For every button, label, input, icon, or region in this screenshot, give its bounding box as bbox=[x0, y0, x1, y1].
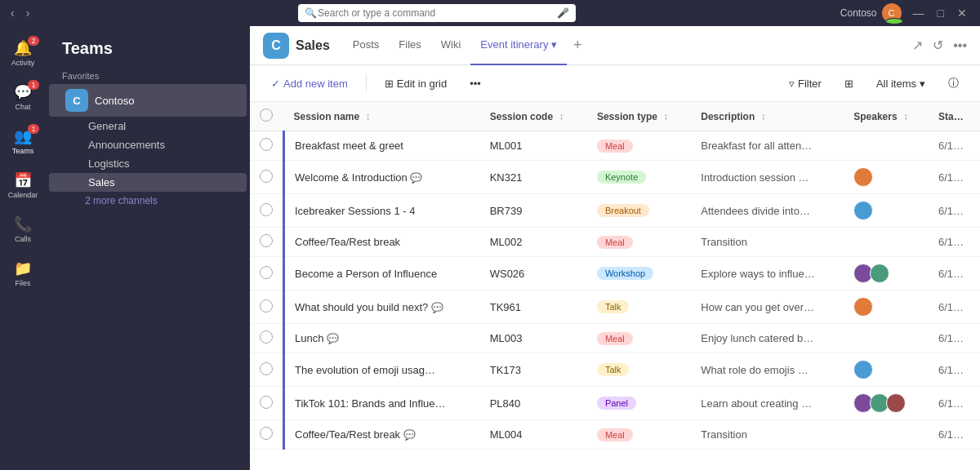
table-row[interactable]: Lunch 💬ML003MealEnjoy lunch catered b…6/… bbox=[250, 324, 980, 353]
refresh-icon[interactable]: ↺ bbox=[933, 38, 943, 53]
more-icon[interactable]: ••• bbox=[953, 38, 967, 53]
speaker-avatar bbox=[886, 393, 906, 413]
rail-item-calendar[interactable]: 📅 Calendar bbox=[0, 165, 46, 206]
maximize-button[interactable]: □ bbox=[931, 0, 951, 26]
row-session-type: Breakout bbox=[587, 194, 691, 228]
info-button[interactable]: ⓘ bbox=[940, 72, 967, 95]
search-input[interactable] bbox=[298, 4, 576, 22]
row-session-code: ML003 bbox=[480, 324, 587, 353]
session-type-badge: Keynote bbox=[597, 171, 646, 184]
row-speakers bbox=[844, 228, 929, 257]
columns-icon: ⊞ bbox=[844, 78, 853, 90]
th-session-code[interactable]: Session code ↕ bbox=[480, 102, 587, 131]
rail-item-teams[interactable]: 👥 Teams 1 bbox=[0, 121, 46, 162]
th-start[interactable]: Sta… bbox=[929, 102, 980, 131]
row-start-date: 6/1… bbox=[929, 131, 980, 161]
rail-item-chat[interactable]: 💬 Chat 1 bbox=[0, 77, 46, 118]
table-row[interactable]: What should you build next? 💬TK961TalkHo… bbox=[250, 290, 980, 324]
expand-icon[interactable]: ↗ bbox=[912, 38, 923, 53]
row-select[interactable] bbox=[250, 161, 284, 194]
rail-item-files[interactable]: 📁 Files bbox=[0, 253, 46, 294]
row-session-name: Become a Person of Influence bbox=[284, 257, 480, 290]
search-wrap: 🔍 🎤 bbox=[298, 4, 576, 22]
files-label: Files bbox=[15, 279, 30, 287]
add-new-item-button[interactable]: ✓ Add new item bbox=[263, 73, 356, 94]
row-select[interactable] bbox=[250, 290, 284, 324]
row-select[interactable] bbox=[250, 228, 284, 257]
calls-icon: 📞 bbox=[14, 215, 32, 233]
table-row[interactable]: Coffee/Tea/Rest breakML002MealTransition… bbox=[250, 228, 980, 257]
table-row[interactable]: Welcome & Introduction 💬KN321KeynoteIntr… bbox=[250, 161, 980, 194]
row-description: Explore ways to influe… bbox=[691, 257, 844, 290]
title-bar-right: Contoso C — □ ✕ bbox=[834, 0, 980, 26]
sidebar-team-contoso[interactable]: C Contoso bbox=[49, 84, 247, 117]
edit-in-grid-button[interactable]: ⊞ Edit in grid bbox=[376, 73, 455, 94]
th-session-name[interactable]: Session name ↕ bbox=[284, 102, 480, 131]
table-row[interactable]: Icebreaker Sessions 1 - 4BR739BreakoutAt… bbox=[250, 194, 980, 228]
sidebar-title: Teams bbox=[46, 26, 250, 64]
tab-files[interactable]: Files bbox=[389, 26, 430, 65]
row-speakers bbox=[844, 161, 929, 194]
row-start-date: 6/1… bbox=[929, 161, 980, 194]
row-select[interactable] bbox=[250, 353, 284, 387]
row-session-name: Welcome & Introduction 💬 bbox=[284, 161, 480, 194]
avatar: C bbox=[882, 3, 902, 23]
sidebar-channel-announcements[interactable]: Announcements bbox=[49, 135, 247, 154]
filter-icon: ▿ bbox=[789, 78, 795, 90]
row-session-code: PL840 bbox=[480, 387, 587, 420]
forward-button[interactable]: › bbox=[22, 5, 34, 21]
th-session-type[interactable]: Session type ↕ bbox=[587, 102, 691, 131]
row-session-code: BR739 bbox=[480, 194, 587, 228]
mic-icon: 🎤 bbox=[557, 7, 569, 19]
speaker-avatar bbox=[853, 167, 873, 187]
tab-event-itinerary[interactable]: Event itinerary ▾ bbox=[470, 26, 567, 65]
row-select[interactable] bbox=[250, 324, 284, 353]
row-select[interactable] bbox=[250, 194, 284, 228]
all-items-arrow: ▾ bbox=[920, 78, 925, 90]
row-session-name: Breakfast meet & greet bbox=[284, 131, 480, 161]
row-description: Breakfast for all atten… bbox=[691, 131, 844, 161]
all-items-button[interactable]: All items ▾ bbox=[868, 73, 933, 94]
toolbar: ✓ Add new item ⊞ Edit in grid ••• ▿ Filt… bbox=[250, 65, 980, 102]
table-row[interactable]: The evolution of emoji usag…TK173TalkWha… bbox=[250, 353, 980, 387]
more-options-button[interactable]: ••• bbox=[461, 73, 489, 94]
table-row[interactable]: Coffee/Tea/Rest break 💬ML004MealTransiti… bbox=[250, 420, 980, 450]
row-session-name: Lunch 💬 bbox=[284, 324, 480, 353]
topbar-right: ↗ ↺ ••• bbox=[912, 38, 967, 53]
tab-wiki[interactable]: Wiki bbox=[431, 26, 471, 65]
th-speakers[interactable]: Speakers ↕ bbox=[844, 102, 929, 131]
row-speakers bbox=[844, 194, 929, 228]
rail-item-calls[interactable]: 📞 Calls bbox=[0, 209, 46, 250]
row-select[interactable] bbox=[250, 420, 284, 450]
sidebar-channel-general[interactable]: General bbox=[49, 117, 247, 135]
th-description[interactable]: Description ↕ bbox=[691, 102, 844, 131]
back-button[interactable]: ‹ bbox=[7, 5, 19, 21]
close-button[interactable]: ✕ bbox=[951, 0, 973, 26]
row-description: Transition bbox=[691, 420, 844, 450]
session-type-badge: Meal bbox=[597, 236, 633, 249]
table-row[interactable]: Breakfast meet & greetML001MealBreakfast… bbox=[250, 131, 980, 161]
rail-item-activity[interactable]: 🔔 Activity 2 bbox=[0, 33, 46, 73]
speaker-avatar bbox=[870, 264, 889, 283]
row-select[interactable] bbox=[250, 257, 284, 290]
row-start-date: 6/1… bbox=[929, 324, 980, 353]
row-start-date: 6/1… bbox=[929, 290, 980, 324]
row-select[interactable] bbox=[250, 131, 284, 161]
topbar-channel-name: Sales bbox=[296, 38, 330, 53]
add-tab-button[interactable]: + bbox=[567, 37, 589, 54]
columns-button[interactable]: ⊞ bbox=[836, 73, 862, 94]
row-select[interactable] bbox=[250, 387, 284, 420]
row-description: Introduction session … bbox=[691, 161, 844, 194]
minimize-button[interactable]: — bbox=[906, 0, 931, 26]
filter-button[interactable]: ▿ Filter bbox=[781, 73, 830, 94]
row-session-name: Coffee/Tea/Rest break 💬 bbox=[284, 420, 480, 450]
nav-buttons: ‹ › bbox=[0, 5, 40, 21]
sidebar-channel-logistics[interactable]: Logistics bbox=[49, 154, 247, 173]
tab-posts[interactable]: Posts bbox=[343, 26, 390, 65]
calendar-icon: 📅 bbox=[14, 171, 32, 189]
table-row[interactable]: TikTok 101: Brands and Influe…PL840Panel… bbox=[250, 387, 980, 420]
sidebar-channel-sales[interactable]: Sales bbox=[49, 173, 247, 192]
table-row[interactable]: Become a Person of InfluenceWS026Worksho… bbox=[250, 257, 980, 290]
activity-label: Activity bbox=[11, 59, 35, 67]
more-channels[interactable]: 2 more channels bbox=[46, 192, 250, 210]
